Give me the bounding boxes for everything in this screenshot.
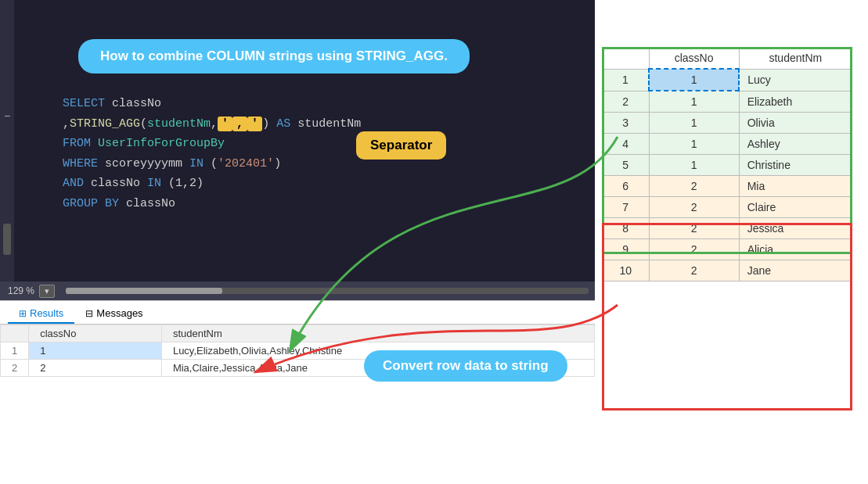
right-classno: 1 [649, 155, 739, 176]
results-header-row: classNo studentNm [1, 325, 595, 342]
table-row: 1 1 Lucy [603, 69, 852, 91]
right-col-studentnm: studentNm [739, 48, 852, 70]
right-classno: 1 [649, 91, 739, 113]
right-row-num: 3 [603, 113, 650, 134]
tab-messages[interactable]: ⊟ Messages [74, 304, 153, 324]
row-num-2: 2 [1, 360, 29, 377]
right-classno: 2 [649, 176, 739, 197]
table-row: 5 1 Christine [603, 155, 852, 176]
results-tabs: ⊞ Results ⊟ Messages [0, 301, 595, 324]
right-row-num: 7 [603, 197, 650, 218]
zoom-dropdown-btn[interactable]: ▾ [39, 285, 55, 298]
table-row: 10 2 Jane [603, 260, 852, 281]
right-classno: 1 [649, 134, 739, 155]
code-line-1: SELECT classNo [63, 94, 361, 114]
right-name: Ashley [739, 134, 852, 155]
code-line-2: ,STRING_AGG(studentNm,',') AS studentNm [63, 114, 361, 134]
right-row-num: 6 [603, 176, 650, 197]
right-header-row: classNo studentNm [603, 48, 852, 70]
separator-label: Separator [370, 138, 432, 152]
tab-results[interactable]: ⊞ Results [8, 304, 74, 324]
right-classno: 1 [649, 69, 739, 91]
scroll-indicator [3, 224, 11, 255]
right-name: Jessica [739, 218, 852, 239]
code-block: SELECT classNo ,STRING_AGG(studentNm,','… [63, 94, 361, 213]
col-header-studentnm: studentNm [161, 325, 594, 342]
right-row-num: 8 [603, 218, 650, 239]
table-row: 9 2 Alicia [603, 239, 852, 260]
convert-label-text: Convert row data to string [383, 358, 549, 373]
title-text: How to combine COLUMN strings using STRI… [100, 48, 448, 63]
tab-messages-label: Messages [96, 307, 142, 319]
code-line-6: GROUP BY classNo [63, 194, 361, 214]
editor-left-bar: − [0, 0, 14, 289]
table-row: 4 1 Ashley [603, 134, 852, 155]
code-line-3: FROM UserInfoForGroupBy [63, 134, 361, 154]
right-name: Claire [739, 197, 852, 218]
code-line-5: AND classNo IN (1,2) [63, 174, 361, 194]
right-classno: 1 [649, 113, 739, 134]
right-name: Alicia [739, 239, 852, 260]
status-bar: 129 % ▾ [0, 281, 595, 300]
right-row-num: 1 [603, 69, 650, 91]
right-name: Christine [739, 155, 852, 176]
right-name: Elizabeth [739, 91, 852, 113]
right-row-num: 4 [603, 134, 650, 155]
right-name: Olivia [739, 113, 852, 134]
right-classno: 2 [649, 197, 739, 218]
right-row-num: 2 [603, 91, 650, 113]
code-line-4: WHERE scoreyyyymm IN ('202401') [63, 154, 361, 174]
right-name: Mia [739, 176, 852, 197]
collapse-icon[interactable]: − [4, 109, 10, 122]
table-row: 6 2 Mia [603, 176, 852, 197]
right-name: Jane [739, 260, 852, 281]
results-icon: ⊞ [19, 308, 27, 319]
classno-2: 2 [29, 360, 162, 377]
right-table-container: classNo studentNm 1 1 Lucy 2 1 Elizabeth… [602, 47, 852, 281]
separator-box: Separator [356, 131, 446, 160]
right-row-num: 9 [603, 239, 650, 260]
right-table: classNo studentNm 1 1 Lucy 2 1 Elizabeth… [602, 47, 852, 281]
title-box: How to combine COLUMN strings using STRI… [78, 39, 470, 73]
classno-1: 1 [29, 342, 162, 360]
messages-icon: ⊟ [85, 308, 93, 319]
right-col-classno: classNo [649, 48, 739, 70]
convert-label: Convert row data to string [364, 350, 567, 382]
right-col-empty [603, 48, 650, 70]
table-row: 7 2 Claire [603, 197, 852, 218]
col-header-classno: classNo [29, 325, 162, 342]
right-row-num: 10 [603, 260, 650, 281]
right-name: Lucy [739, 69, 852, 91]
right-row-num: 5 [603, 155, 650, 176]
right-classno: 2 [649, 239, 739, 260]
right-classno: 2 [649, 218, 739, 239]
table-row: 8 2 Jessica [603, 218, 852, 239]
col-header-empty [1, 325, 29, 342]
table-row: 3 1 Olivia [603, 113, 852, 134]
table-row: 2 1 Elizabeth [603, 91, 852, 113]
right-classno: 2 [649, 260, 739, 281]
row-num-1: 1 [1, 342, 29, 360]
tab-results-label: Results [30, 307, 63, 319]
zoom-level: 129 % [8, 285, 34, 296]
